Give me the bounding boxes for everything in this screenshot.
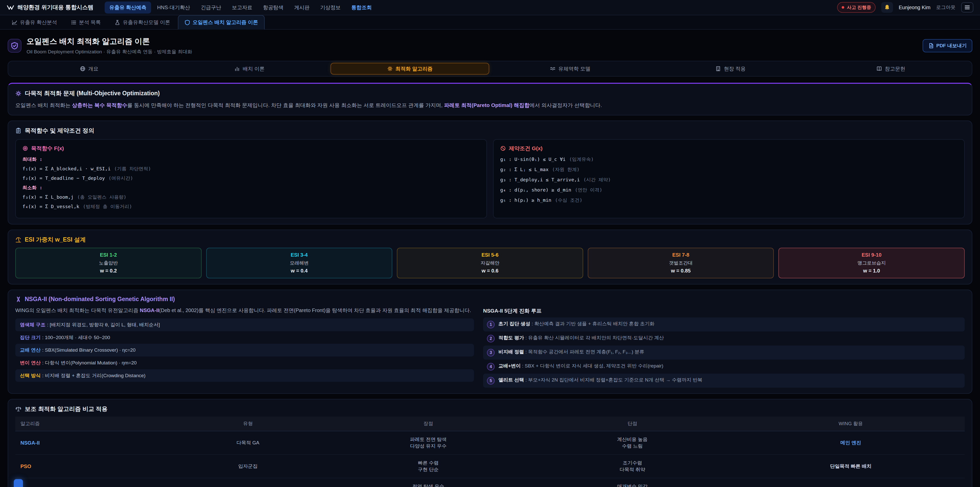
- nsga-param-row: 선택 방식 : 비지배 정렬 + 혼잡도 거리(Crowding Distanc…: [15, 369, 474, 382]
- target-icon: [22, 145, 28, 151]
- objective-function-panel: 목적함수 F(x) 최대화 : f₁(x) = Σ A_blocked,i · …: [15, 139, 487, 218]
- nav-item-weather[interactable]: 기상정보: [316, 2, 345, 14]
- table-row[interactable]: PSO 입자군집 빠른 수렴 구현 단순 조기수렴 다목적 취약 단일목적 빠른…: [15, 455, 965, 478]
- notifications-button[interactable]: [881, 2, 893, 13]
- subtab-analysis-list[interactable]: 분석 목록: [65, 16, 107, 29]
- nav-item-integrated-search[interactable]: 통합조회: [347, 2, 376, 14]
- nav-item-hns[interactable]: HNS·대기확산: [153, 2, 195, 14]
- hamburger-menu-button[interactable]: [961, 2, 974, 13]
- table-row[interactable]: NSGA-II 다목적 GA 파레토 전면 탐색 다양성 유지 우수 계산비용 …: [15, 431, 965, 455]
- nsga-step: 2적합도 평가 : 유출유 확산 시뮬레이터로 각 배치안의 차단면적·도달시간…: [483, 332, 965, 345]
- page-subtitle: Oil Boom Deployment Optimization · 유출유 확…: [27, 48, 192, 55]
- esi-tile-3-4: ESI 3-4 모래해변 w = 0.4: [206, 248, 393, 278]
- formula-line: f₃(x) = Σ L_boom,j(총 오일펜스 사용량): [22, 194, 480, 200]
- app-logo[interactable]: 해양환경 위기대응 통합시스템: [6, 3, 94, 11]
- section-title: 다목적 최적화 문제 (Multi-Objective Optimization…: [25, 89, 160, 97]
- clipboard-icon: [15, 128, 21, 134]
- intro-paragraph: 오일펜스 배치 최적화는 상충하는 복수 목적함수를 동시에 만족해야 하는 전…: [15, 101, 965, 109]
- nsga-step: 3비지배 정렬 : 목적함수 공간에서 파레토 전면 계층(F₁, F₂, F₃…: [483, 345, 965, 359]
- nsga-loop-title: NSGA-II 5단계 진화 루프: [483, 307, 965, 315]
- scale-icon: [15, 406, 21, 412]
- chart-line-icon: [12, 20, 18, 25]
- gear-icon: [387, 66, 393, 72]
- algorithm-comparison-table: 알고리즘 유형 장점 단점 WING 활용 NSGA-II 다목적 GA 파레토…: [15, 417, 965, 487]
- esi-tile-5-6: ESI 5-6 자갈해안 w = 0.6: [397, 248, 583, 278]
- shield-icon: [185, 20, 190, 25]
- esi-tile-9-10: ESI 9-10 맹그로브습지 w = 1.0: [778, 248, 965, 278]
- page-shield-icon: [8, 39, 21, 53]
- wing-icon: [6, 4, 14, 11]
- subtab-diffusion-model-theory[interactable]: 유출유확산모델 이론: [108, 16, 177, 29]
- main-nav: 유출유 확산예측 HNS·대기확산 긴급구난 보고자료 항공탐색 게시판 기상정…: [105, 2, 837, 14]
- nsga-param-row: 변이 연산 : 다항식 변이(Polynomial Mutation) · ηm…: [15, 356, 474, 369]
- nsga-section: NSGA-II (Non-dominated Sorting Genetic A…: [8, 290, 972, 394]
- bell-icon: [884, 4, 891, 11]
- subtab-boom-algorithm-theory[interactable]: 오일펜스 배치 알고리즘 이론: [178, 15, 265, 30]
- constraint-line: g₁ : U·sin(θᵢ) ≤ U_c ∀i(임계유속): [500, 156, 958, 163]
- gear-icon: [15, 90, 21, 97]
- nav-item-spill-prediction[interactable]: 유출유 확산예측: [105, 2, 151, 14]
- nsga-intro-paragraph: WING의 오일펜스 배치 최적화는 다목적 유전알고리즘 NSGA-II(De…: [15, 306, 474, 315]
- logout-button[interactable]: 로그아웃: [936, 4, 956, 11]
- section-title: 보조 최적화 알고리즘 비교 적용: [25, 405, 108, 413]
- algorithm-comparison-section: 보조 최적화 알고리즘 비교 적용 알고리즘 유형 장점 단점 WING 활용 …: [8, 399, 972, 487]
- bar-chart-icon: [234, 66, 240, 72]
- tab-deployment-theory[interactable]: 배치 이론: [170, 63, 329, 75]
- dna-icon: [15, 296, 21, 302]
- page-header: 오일펜스 배치 최적화 알고리즘 이론 Oil Boom Deployment …: [0, 30, 980, 60]
- nsga-step: 5엘리트 선택 : 부모+자식 2N 집단에서 비지배 정렬+혼잡도 기준으로 …: [483, 374, 965, 388]
- wave-icon: [550, 66, 555, 72]
- nsga-step: 4교배+변이 : SBX + 다항식 변이로 자식 세대 생성, 제약조건 위반…: [483, 359, 965, 374]
- formula-line: f₂(x) = T_deadline − T_deploy(여유시간): [22, 175, 480, 181]
- flask-icon: [115, 20, 120, 25]
- esi-tile-7-8: ESI 7-8 갯벌조간대 w = 0.85: [588, 248, 774, 278]
- esi-tile-1-2: ESI 1-2 노출암반 w = 0.2: [15, 248, 202, 278]
- user-name: Eunjeong Kim: [899, 5, 931, 10]
- incident-status-badge[interactable]: 사고 진행중: [837, 2, 876, 13]
- section-tabs: 개요 배치 이론 최적화 알고리즘 유체역학 모델 현장 적용 참고문헌: [8, 61, 972, 77]
- tab-field-application[interactable]: 현장 적용: [651, 63, 810, 75]
- formula-line: f₄(x) = Σ D_vessel,k(방제정 총 이동거리): [22, 203, 480, 210]
- multi-objective-section: 다목적 최적화 문제 (Multi-Objective Optimization…: [8, 83, 972, 115]
- objectives-constraints-section: 목적함수 및 제약조건 정의 목적함수 F(x) 최대화 : f₁(x) = Σ…: [8, 121, 972, 225]
- hamburger-icon: [964, 5, 970, 10]
- incident-status-label: 사고 진행중: [847, 4, 871, 10]
- sub-tab-bar: 유출유 확산분석 분석 목록 유출유확산모델 이론 오일펜스 배치 알고리즘 이…: [0, 15, 980, 30]
- no-entry-icon: [500, 145, 506, 151]
- subtab-spill-analysis[interactable]: 유출유 확산분석: [6, 16, 63, 29]
- section-title: 목적함수 및 제약조건 정의: [25, 127, 94, 134]
- section-title: ESI 가중치 w_ESI 설계: [25, 236, 86, 244]
- document-icon: [928, 43, 934, 48]
- nav-item-board[interactable]: 게시판: [290, 2, 314, 14]
- topbar-right: 사고 진행중 Eunjeong Kim 로그아웃: [837, 2, 974, 13]
- nsga-param-row: 집단 크기 : 100~200개체 · 세대수 50~200: [15, 331, 474, 344]
- maximize-label: 최대화 :: [22, 156, 480, 163]
- tab-references[interactable]: 참고문헌: [811, 63, 970, 75]
- minimize-label: 최소화 :: [22, 184, 480, 191]
- nsga-param-row: 염색체 구조 : [배치지점 위경도, 방향각 θ, 길이 L, 형태, 배치순…: [15, 318, 474, 331]
- nav-item-reports[interactable]: 보고자료: [228, 2, 257, 14]
- nav-item-rescue[interactable]: 긴급구난: [196, 2, 226, 14]
- tab-hydrodynamics-model[interactable]: 유체역학 모델: [491, 63, 649, 75]
- table-header-row: 알고리즘 유형 장점 단점 WING 활용: [15, 417, 965, 431]
- page-title: 오일펜스 배치 최적화 알고리즘 이론: [27, 36, 192, 47]
- pdf-export-button[interactable]: PDF 내보내기: [923, 39, 972, 52]
- book-icon: [877, 66, 882, 72]
- constraint-line: g₂ : Σ Lⱼ ≤ L_max(자원 한계): [500, 166, 958, 172]
- app-title: 해양환경 위기대응 통합시스템: [18, 3, 94, 11]
- constraint-line: g₄ : d(pᵢ, shore) ≥ d_min(연안 이격): [500, 187, 958, 193]
- tab-optimization-algorithm[interactable]: 최적화 알고리즘: [331, 63, 489, 75]
- constraint-line: g₅ : h(pᵢ) ≥ h_min(수심 조건): [500, 197, 958, 203]
- table-row[interactable]: SA 모의담금질 전역 탐색 우수 국소최적 회피 매개변수 민감 느린 수렴 …: [15, 478, 965, 487]
- nsga-param-row: 교배 연산 : SBX(Simulated Binary Crossover) …: [15, 344, 474, 356]
- alert-dot-icon: [842, 6, 844, 9]
- nav-item-aerial-search[interactable]: 항공탐색: [259, 2, 288, 14]
- globe-icon: [80, 66, 86, 72]
- constraint-line: g₃ : T_deploy,i ≤ T_arrive,i(시간 제약): [500, 176, 958, 183]
- esi-weights-section: ESI 가중치 w_ESI 설계 ESI 1-2 노출암반 w = 0.2 ES…: [8, 230, 972, 284]
- tab-overview[interactable]: 개요: [10, 63, 169, 75]
- list-icon: [71, 20, 76, 25]
- floating-action-button[interactable]: [14, 479, 23, 487]
- constraint-panel: 제약조건 G(x) g₁ : U·sin(θᵢ) ≤ U_c ∀i(임계유속) …: [493, 139, 965, 218]
- topbar: 해양환경 위기대응 통합시스템 유출유 확산예측 HNS·대기확산 긴급구난 보…: [0, 0, 980, 15]
